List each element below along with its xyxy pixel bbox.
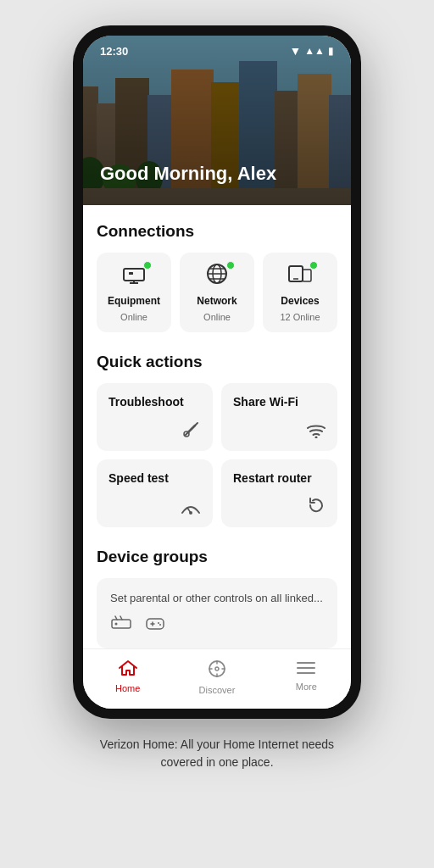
svg-point-32 (315, 437, 318, 439)
svg-rect-39 (147, 619, 164, 629)
connections-section: Connections (97, 222, 337, 332)
svg-rect-26 (303, 270, 311, 281)
equipment-icon (122, 264, 146, 289)
nav-more[interactable]: More (262, 656, 351, 698)
router-dg-icon (110, 613, 132, 635)
quick-actions-section: Quick actions Troubleshoot (97, 353, 337, 527)
restart-router-icon (307, 496, 326, 519)
app-caption: Verizon Home: All your Home Internet nee… (90, 736, 344, 771)
troubleshoot-icon (182, 420, 201, 442)
network-icon-wrap (201, 263, 233, 290)
restart-router-label: Restart router (233, 471, 326, 485)
equipment-card[interactable]: Equipment Online (97, 253, 171, 332)
speed-test-icon (181, 499, 201, 519)
svg-point-34 (189, 511, 192, 515)
wifi-status-icon: ▼ (289, 44, 301, 58)
device-groups-title: Device groups (97, 548, 337, 566)
status-icons: ▼ ▲▲ ▮ (289, 44, 334, 58)
discover-nav-icon (208, 659, 226, 682)
discover-nav-label: Discover (199, 685, 236, 695)
bottom-nav: Home Discover (83, 648, 351, 709)
share-wifi-label: Share Wi-Fi (233, 395, 326, 409)
more-nav-label: More (296, 682, 317, 692)
main-content: Connections (83, 205, 351, 648)
devices-label: Devices (281, 295, 319, 307)
home-nav-label: Home (115, 683, 140, 693)
network-card[interactable]: Network Online (180, 253, 254, 332)
share-wifi-card[interactable]: Share Wi-Fi (221, 383, 337, 451)
hero-greeting: Good Morning, Alex (100, 163, 276, 185)
svg-rect-16 (124, 269, 144, 281)
status-time: 12:30 (100, 45, 128, 58)
more-nav-icon (297, 659, 315, 679)
status-bar: 12:30 ▼ ▲▲ ▮ (83, 36, 351, 58)
phone-frame: 12:30 ▼ ▲▲ ▮ (73, 25, 361, 719)
phone-screen: 12:30 ▼ ▲▲ ▮ (83, 36, 351, 709)
battery-icon: ▮ (328, 45, 334, 57)
devices-status-dot (309, 261, 318, 270)
devices-icon (288, 263, 312, 290)
equipment-label: Equipment (108, 295, 160, 307)
quick-actions-title: Quick actions (97, 353, 337, 371)
devices-card[interactable]: Devices 12 Online (263, 253, 337, 332)
device-groups-icons (110, 613, 324, 635)
svg-point-42 (158, 622, 159, 624)
share-wifi-icon (307, 423, 326, 442)
signal-icon: ▲▲ (304, 45, 325, 57)
device-groups-description: Set parental or other controls on all li… (110, 592, 324, 604)
network-icon (205, 262, 229, 291)
connections-row: Equipment Online (97, 253, 337, 332)
device-groups-section: Device groups Set parental or other cont… (97, 548, 337, 648)
network-label: Network (197, 295, 236, 307)
nav-discover[interactable]: Discover (172, 656, 261, 698)
svg-point-38 (115, 623, 118, 626)
equipment-icon-wrap (118, 263, 150, 290)
device-groups-card[interactable]: Set parental or other controls on all li… (97, 578, 337, 648)
svg-rect-17 (129, 272, 133, 275)
troubleshoot-label: Troubleshoot (108, 395, 201, 409)
network-status: Online (203, 312, 231, 322)
connections-title: Connections (97, 222, 337, 241)
svg-rect-35 (112, 620, 131, 628)
devices-status: 12 Online (280, 312, 320, 322)
network-status-dot (226, 261, 235, 270)
troubleshoot-card[interactable]: Troubleshoot (97, 383, 213, 451)
svg-point-43 (159, 624, 161, 626)
equipment-status-dot (143, 261, 152, 270)
nav-home[interactable]: Home (83, 656, 172, 698)
equipment-status: Online (120, 312, 147, 322)
hero-section: Good Morning, Alex (83, 36, 351, 205)
restart-router-card[interactable]: Restart router (221, 459, 337, 527)
quick-actions-grid: Troubleshoot Share Wi-Fi (97, 383, 337, 527)
game-dg-icon (144, 613, 166, 635)
devices-icon-wrap (284, 263, 316, 290)
home-nav-icon (119, 659, 137, 681)
speed-test-label: Speed test (108, 471, 201, 485)
svg-point-45 (215, 667, 219, 670)
speed-test-card[interactable]: Speed test (97, 459, 213, 527)
svg-line-30 (188, 426, 195, 432)
